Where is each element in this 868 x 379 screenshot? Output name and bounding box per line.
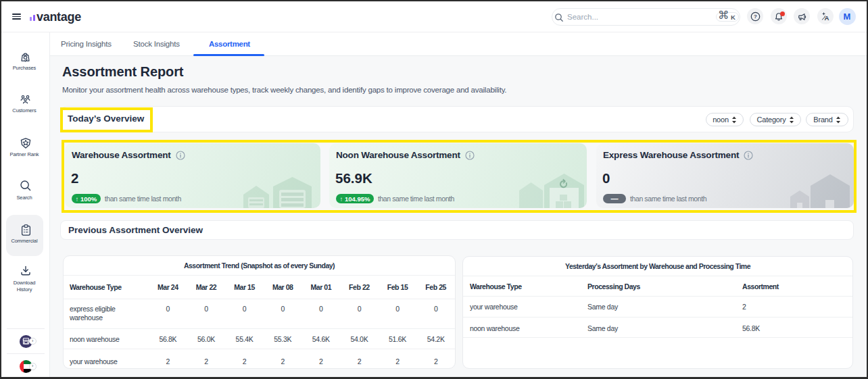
- svg-text:A: A: [824, 14, 829, 21]
- svg-text:?: ?: [754, 14, 757, 20]
